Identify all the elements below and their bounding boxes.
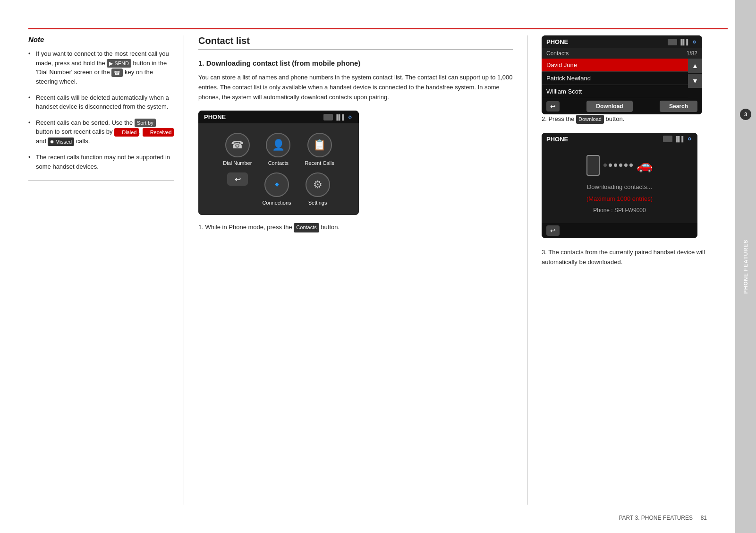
note-item-3: Recent calls can be sorted. Use the Sort… [28, 118, 174, 146]
phone-ui-contacts: PHONE ▐▌▌ ⭘ Contacts 1/82 David June Pat… [542, 35, 702, 114]
download-signal-icon: ▐▌▌ [674, 136, 685, 142]
dot-6 [629, 163, 633, 167]
contact-name-1: David June [546, 61, 577, 69]
phone-title-main: PHONE [204, 113, 226, 120]
side-tab: 3 PHONE FEATURES [735, 0, 756, 533]
scroll-down-button[interactable]: ▼ [688, 74, 702, 88]
dial-number-icon: ☎ [225, 133, 250, 157]
recent-calls-label: Recent Calls [305, 160, 334, 166]
dot-4 [619, 163, 622, 167]
note-item-2: Recent calls will be deleted automatical… [28, 93, 174, 112]
phone-icons-row-2: ↩ 🔹 Connections ⚙ Settings [227, 172, 330, 206]
sort-by-inline: Sort by [135, 119, 156, 128]
step1-instruction: 1. While in Phone mode, press the Contac… [198, 223, 513, 232]
scroll-up-button[interactable]: ▲ [688, 59, 702, 73]
download-bt-icon: ⭘ [687, 136, 693, 142]
phone-icons-row-1: ☎ Dial Number 👤 Contacts 📋 Recent Calls [223, 133, 334, 166]
contacts-count: 1/82 [687, 50, 697, 57]
contacts-icon: 👤 [266, 133, 290, 157]
contacts-row-wrapper: David June Patrick Newland William Scott… [542, 59, 702, 98]
contacts-label: Contacts [268, 160, 289, 166]
contacts-phone-title: PHONE [546, 38, 568, 45]
page-footer-text: PART 3. PHONE FEATURES 81 [619, 515, 707, 521]
dot-3 [614, 163, 617, 167]
bluetooth-icon: ⭘ [348, 114, 353, 120]
settings-label: Settings [308, 200, 327, 206]
contacts-btn-inline: Contacts [294, 223, 319, 232]
section-title: Contact list [198, 35, 513, 50]
contact-row-3: William Scott [542, 85, 688, 98]
phone-status-icons: ▐▌▌ ⭘ [323, 114, 353, 120]
car-icon: 🚗 [637, 157, 653, 173]
contact-list-section: Contact list 1. Downloading contact list… [184, 35, 527, 505]
dot-5 [624, 163, 628, 167]
dial-number-label: Dial Number [223, 160, 252, 166]
settings-icon: ⚙ [306, 172, 330, 197]
phone-body-main: ☎ Dial Number 👤 Contacts 📋 Recent Calls … [198, 123, 359, 215]
missed-inline: Missed [48, 138, 74, 146]
contacts-sub-header: Contacts 1/82 [542, 48, 702, 59]
contact-name-3: William Scott [546, 88, 582, 95]
connections-label: Connections [262, 200, 291, 206]
contacts-list: David June Patrick Newland William Scott [542, 59, 688, 98]
note-list: If you want to connect to the most recen… [28, 49, 174, 171]
top-decorative-line [28, 28, 728, 29]
contacts-battery-icon [668, 39, 677, 45]
contact-row-1: David June [542, 59, 688, 72]
download-back-button[interactable]: ↩ [546, 225, 560, 236]
contacts-header: PHONE ▐▌▌ ⭘ [542, 35, 702, 48]
note-item-4: The recent calls function may not be sup… [28, 153, 174, 171]
contacts-item: 👤 Contacts [266, 133, 290, 166]
step3-instruction: 3. The contacts from the currently paire… [542, 248, 707, 267]
contacts-scroll: ▲ ▼ [688, 59, 702, 98]
side-tab-label: PHONE FEATURES [743, 240, 748, 294]
download-button[interactable]: Download [586, 101, 632, 112]
downloading-status-text: Downloading contacts... [587, 183, 652, 190]
download-footer: ↩ [542, 223, 697, 238]
phone-ui-download: PHONE ▐▌▌ ⭘ [542, 133, 697, 238]
connections-item: 🔹 Connections [262, 172, 291, 206]
settings-item: ⚙ Settings [306, 172, 330, 206]
connections-icon: 🔹 [264, 172, 289, 197]
transfer-dots [603, 163, 633, 167]
contacts-footer: ↩ Download Search [542, 98, 702, 114]
main-content: Note If you want to connect to the most … [28, 35, 707, 505]
phone-back-button: ↩ [227, 172, 248, 186]
contact-row-2: Patrick Newland [542, 72, 688, 85]
dot-1 [603, 163, 607, 167]
step1-heading: 1. Downloading contact list (from mobile… [198, 58, 513, 68]
dial-number-item: ☎ Dial Number [223, 133, 252, 166]
contacts-back-button[interactable]: ↩ [546, 101, 560, 112]
send-button-inline: ▶ SEND [107, 59, 131, 68]
contacts-signal-icon: ▐▌▌ [679, 39, 690, 45]
dot-2 [609, 163, 612, 167]
part-number: 3 [740, 109, 751, 120]
dialed-inline: Dialed [114, 128, 139, 137]
battery-icon [323, 114, 333, 120]
download-header: PHONE ▐▌▌ ⭘ [542, 133, 697, 146]
step2-instruction: 2. Press the Download button. [542, 114, 707, 124]
download-battery-icon [663, 136, 672, 142]
download-phone-title: PHONE [546, 136, 568, 143]
contact-name-2: Patrick Newland [546, 75, 591, 82]
note-title: Note [28, 35, 174, 43]
phone-ui-main: PHONE ▐▌▌ ⭘ ☎ Dial Number 👤 Contacts [198, 111, 359, 215]
recent-calls-item: 📋 Recent Calls [305, 133, 334, 166]
bottom-bar: PART 3. PHONE FEATURES 81 [28, 515, 707, 521]
call-key-inline: ☎ [111, 69, 123, 77]
download-status-icons: ▐▌▌ ⭘ [663, 136, 693, 142]
step1-body: You can store a list of names and phone … [198, 73, 513, 102]
phone-shape-icon [586, 155, 600, 176]
note-section: Note If you want to connect to the most … [28, 35, 184, 505]
phone-header-main: PHONE ▐▌▌ ⭘ [198, 111, 359, 123]
signal-icon: ▐▌▌ [335, 114, 346, 120]
recent-calls-icon: 📋 [307, 133, 332, 157]
max-entries-text: (Maximum 1000 entries) [586, 195, 653, 202]
note-item-1: If you want to connect to the most recen… [28, 49, 174, 86]
note-divider [28, 181, 174, 181]
received-inline: Received [143, 128, 174, 137]
contacts-status-icons: ▐▌▌ ⭘ [668, 39, 697, 45]
right-section: PHONE ▐▌▌ ⭘ Contacts 1/82 David June Pat… [527, 35, 707, 505]
search-button[interactable]: Search [660, 101, 697, 112]
transfer-animation: 🚗 [586, 155, 653, 176]
